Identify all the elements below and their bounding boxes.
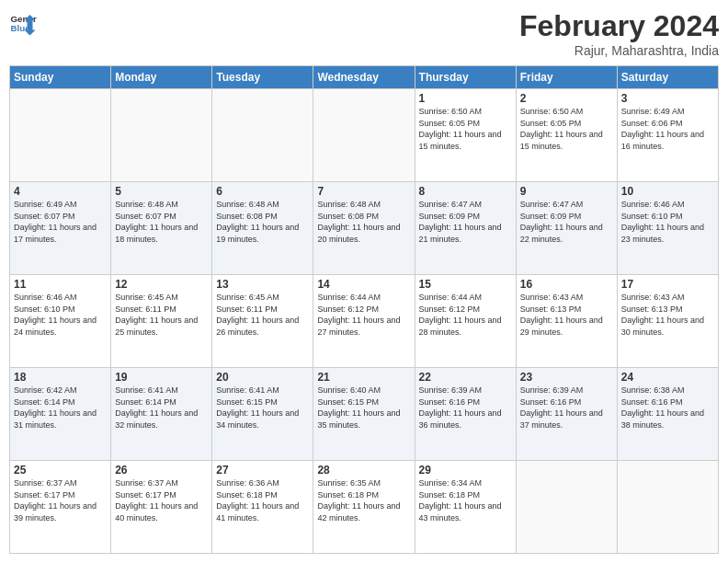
day-number: 28 — [317, 464, 410, 477]
day-number: 14 — [317, 278, 410, 291]
page: General Blue February 2024 Rajur, Mahara… — [0, 0, 728, 563]
day-number: 6 — [216, 185, 309, 198]
table-row: 26Sunrise: 6:37 AMSunset: 6:17 PMDayligh… — [111, 461, 212, 554]
day-number: 13 — [216, 278, 309, 291]
table-row: 27Sunrise: 6:36 AMSunset: 6:18 PMDayligh… — [212, 461, 313, 554]
table-row: 17Sunrise: 6:43 AMSunset: 6:13 PMDayligh… — [617, 275, 718, 368]
day-info: Sunrise: 6:41 AMSunset: 6:15 PMDaylight:… — [216, 385, 309, 431]
table-row: 20Sunrise: 6:41 AMSunset: 6:15 PMDayligh… — [212, 368, 313, 461]
calendar-week-row: 1Sunrise: 6:50 AMSunset: 6:05 PMDaylight… — [10, 89, 719, 182]
table-row — [10, 89, 111, 182]
header: General Blue February 2024 Rajur, Mahara… — [9, 9, 719, 58]
day-info: Sunrise: 6:44 AMSunset: 6:12 PMDaylight:… — [317, 292, 410, 338]
table-row: 5Sunrise: 6:48 AMSunset: 6:07 PMDaylight… — [111, 182, 212, 275]
table-row: 19Sunrise: 6:41 AMSunset: 6:14 PMDayligh… — [111, 368, 212, 461]
day-number: 22 — [419, 371, 512, 384]
month-title: February 2024 — [519, 9, 719, 43]
calendar-week-row: 4Sunrise: 6:49 AMSunset: 6:07 PMDaylight… — [10, 182, 719, 275]
table-row: 18Sunrise: 6:42 AMSunset: 6:14 PMDayligh… — [10, 368, 111, 461]
day-number: 16 — [520, 278, 613, 291]
table-row: 10Sunrise: 6:46 AMSunset: 6:10 PMDayligh… — [617, 182, 718, 275]
day-info: Sunrise: 6:38 AMSunset: 6:16 PMDaylight:… — [621, 385, 714, 431]
calendar-week-row: 25Sunrise: 6:37 AMSunset: 6:17 PMDayligh… — [10, 461, 719, 554]
table-row: 14Sunrise: 6:44 AMSunset: 6:12 PMDayligh… — [313, 275, 415, 368]
day-number: 10 — [621, 185, 714, 198]
day-number: 12 — [115, 278, 208, 291]
day-number: 23 — [520, 371, 613, 384]
table-row: 25Sunrise: 6:37 AMSunset: 6:17 PMDayligh… — [10, 461, 111, 554]
col-friday: Friday — [516, 66, 617, 89]
day-info: Sunrise: 6:47 AMSunset: 6:09 PMDaylight:… — [520, 199, 613, 245]
table-row: 12Sunrise: 6:45 AMSunset: 6:11 PMDayligh… — [111, 275, 212, 368]
table-row — [212, 89, 313, 182]
day-number: 18 — [14, 371, 107, 384]
day-info: Sunrise: 6:43 AMSunset: 6:13 PMDaylight:… — [520, 292, 613, 338]
day-info: Sunrise: 6:46 AMSunset: 6:10 PMDaylight:… — [14, 292, 107, 338]
day-info: Sunrise: 6:37 AMSunset: 6:17 PMDaylight:… — [115, 477, 208, 523]
table-row: 6Sunrise: 6:48 AMSunset: 6:08 PMDaylight… — [212, 182, 313, 275]
day-info: Sunrise: 6:47 AMSunset: 6:09 PMDaylight:… — [419, 199, 512, 245]
day-info: Sunrise: 6:48 AMSunset: 6:08 PMDaylight:… — [317, 199, 410, 245]
day-number: 17 — [621, 278, 714, 291]
day-number: 21 — [317, 371, 410, 384]
table-row — [313, 89, 415, 182]
table-row: 23Sunrise: 6:39 AMSunset: 6:16 PMDayligh… — [516, 368, 617, 461]
table-row: 29Sunrise: 6:34 AMSunset: 6:18 PMDayligh… — [415, 461, 516, 554]
day-number: 3 — [621, 92, 714, 105]
day-info: Sunrise: 6:48 AMSunset: 6:07 PMDaylight:… — [115, 199, 208, 245]
day-info: Sunrise: 6:49 AMSunset: 6:06 PMDaylight:… — [621, 106, 714, 152]
day-info: Sunrise: 6:45 AMSunset: 6:11 PMDaylight:… — [115, 292, 208, 338]
day-info: Sunrise: 6:40 AMSunset: 6:15 PMDaylight:… — [317, 385, 410, 431]
table-row: 21Sunrise: 6:40 AMSunset: 6:15 PMDayligh… — [313, 368, 415, 461]
table-row: 24Sunrise: 6:38 AMSunset: 6:16 PMDayligh… — [617, 368, 718, 461]
day-info: Sunrise: 6:36 AMSunset: 6:18 PMDaylight:… — [216, 477, 309, 523]
col-monday: Monday — [111, 66, 212, 89]
day-info: Sunrise: 6:39 AMSunset: 6:16 PMDaylight:… — [520, 385, 613, 431]
day-number: 19 — [115, 371, 208, 384]
table-row: 8Sunrise: 6:47 AMSunset: 6:09 PMDaylight… — [415, 182, 516, 275]
day-number: 11 — [14, 278, 107, 291]
day-number: 1 — [419, 92, 512, 105]
day-number: 29 — [419, 464, 512, 477]
day-number: 5 — [115, 185, 208, 198]
table-row: 11Sunrise: 6:46 AMSunset: 6:10 PMDayligh… — [10, 275, 111, 368]
table-row: 15Sunrise: 6:44 AMSunset: 6:12 PMDayligh… — [415, 275, 516, 368]
col-tuesday: Tuesday — [212, 66, 313, 89]
calendar: Sunday Monday Tuesday Wednesday Thursday… — [9, 65, 719, 554]
day-number: 4 — [14, 185, 107, 198]
day-info: Sunrise: 6:43 AMSunset: 6:13 PMDaylight:… — [621, 292, 714, 338]
day-info: Sunrise: 6:35 AMSunset: 6:18 PMDaylight:… — [317, 477, 410, 523]
col-thursday: Thursday — [415, 66, 516, 89]
location: Rajur, Maharashtra, India — [519, 43, 719, 58]
table-row: 4Sunrise: 6:49 AMSunset: 6:07 PMDaylight… — [10, 182, 111, 275]
table-row: 1Sunrise: 6:50 AMSunset: 6:05 PMDaylight… — [415, 89, 516, 182]
calendar-week-row: 11Sunrise: 6:46 AMSunset: 6:10 PMDayligh… — [10, 275, 719, 368]
day-info: Sunrise: 6:46 AMSunset: 6:10 PMDaylight:… — [621, 199, 714, 245]
day-info: Sunrise: 6:41 AMSunset: 6:14 PMDaylight:… — [115, 385, 208, 431]
day-number: 25 — [14, 464, 107, 477]
table-row — [111, 89, 212, 182]
day-number: 26 — [115, 464, 208, 477]
col-wednesday: Wednesday — [313, 66, 415, 89]
table-row: 9Sunrise: 6:47 AMSunset: 6:09 PMDaylight… — [516, 182, 617, 275]
day-number: 20 — [216, 371, 309, 384]
col-saturday: Saturday — [617, 66, 718, 89]
day-info: Sunrise: 6:50 AMSunset: 6:05 PMDaylight:… — [520, 106, 613, 152]
table-row: 13Sunrise: 6:45 AMSunset: 6:11 PMDayligh… — [212, 275, 313, 368]
title-block: February 2024 Rajur, Maharashtra, India — [519, 9, 719, 58]
table-row: 2Sunrise: 6:50 AMSunset: 6:05 PMDaylight… — [516, 89, 617, 182]
calendar-header-row: Sunday Monday Tuesday Wednesday Thursday… — [10, 66, 719, 89]
day-info: Sunrise: 6:42 AMSunset: 6:14 PMDaylight:… — [14, 385, 107, 431]
calendar-week-row: 18Sunrise: 6:42 AMSunset: 6:14 PMDayligh… — [10, 368, 719, 461]
day-info: Sunrise: 6:48 AMSunset: 6:08 PMDaylight:… — [216, 199, 309, 245]
col-sunday: Sunday — [10, 66, 111, 89]
day-number: 15 — [419, 278, 512, 291]
day-number: 8 — [419, 185, 512, 198]
day-info: Sunrise: 6:50 AMSunset: 6:05 PMDaylight:… — [419, 106, 512, 152]
day-info: Sunrise: 6:37 AMSunset: 6:17 PMDaylight:… — [14, 477, 107, 523]
day-number: 24 — [621, 371, 714, 384]
day-number: 9 — [520, 185, 613, 198]
day-number: 7 — [317, 185, 410, 198]
table-row — [516, 461, 617, 554]
table-row: 3Sunrise: 6:49 AMSunset: 6:06 PMDaylight… — [617, 89, 718, 182]
